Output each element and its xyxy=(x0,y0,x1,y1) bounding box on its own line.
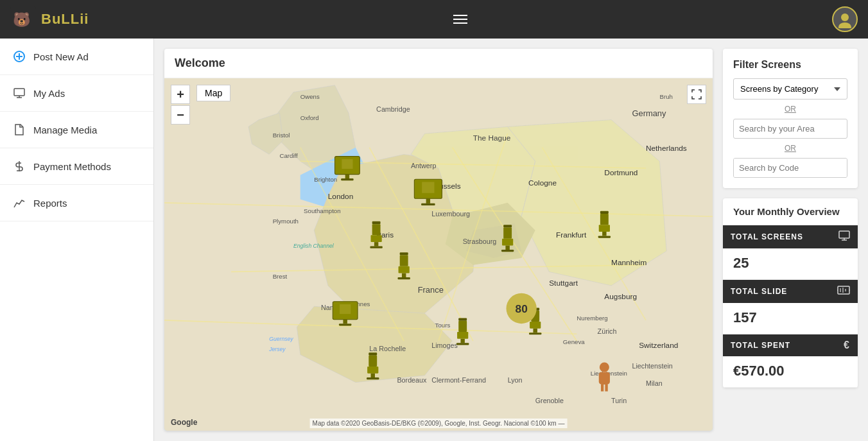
user-avatar[interactable] xyxy=(832,6,858,32)
slides-stat-icon xyxy=(837,285,850,298)
app-header: 🐻 BuLLii xyxy=(0,0,868,39)
svg-point-2 xyxy=(841,13,849,21)
logo-text: BuLLii xyxy=(41,11,89,28)
svg-text:La Rochelle: La Rochelle xyxy=(369,345,406,352)
code-search-input[interactable] xyxy=(734,159,847,177)
svg-rect-93 xyxy=(402,273,406,277)
fullscreen-icon xyxy=(691,89,702,99)
svg-text:Tours: Tours xyxy=(435,322,451,329)
svg-text:Nuremberg: Nuremberg xyxy=(577,315,607,322)
sidebar-item-my-ads[interactable]: My Ads xyxy=(0,75,153,112)
google-logo: Google xyxy=(171,418,197,427)
svg-rect-99 xyxy=(501,250,514,252)
svg-rect-98 xyxy=(505,246,509,250)
svg-text:Geneva: Geneva xyxy=(563,338,585,345)
stats-section: Your Monthly Overview TOTAL SCREENS 25 T… xyxy=(723,198,858,388)
svg-rect-95 xyxy=(503,225,512,227)
svg-text:Mannheim: Mannheim xyxy=(611,258,647,267)
svg-rect-111 xyxy=(530,322,541,329)
logo-bear-icon: 🐻 xyxy=(10,6,36,32)
total-slide-value: 157 xyxy=(723,303,858,334)
or-divider-1: OR xyxy=(733,105,847,114)
svg-rect-112 xyxy=(533,329,537,333)
chart-icon xyxy=(13,196,26,209)
total-screens-value: 25 xyxy=(723,248,858,279)
svg-rect-115 xyxy=(369,356,377,367)
plus-circle-icon xyxy=(13,50,26,63)
map-container[interactable]: London Paris Brussels Cologne Frankfurt … xyxy=(164,78,713,431)
svg-rect-129 xyxy=(605,385,607,392)
svg-text:Strasbourg: Strasbourg xyxy=(463,238,497,245)
svg-text:Jersey: Jersey xyxy=(268,346,286,352)
map-zoom-in-button[interactable]: + xyxy=(171,85,190,104)
svg-rect-113 xyxy=(529,333,541,334)
svg-rect-89 xyxy=(370,246,382,248)
sidebar-item-post-new-ad[interactable]: Post New Ad xyxy=(0,39,153,75)
total-slide-card: TOTAL SLIDE 157 xyxy=(723,280,858,334)
svg-text:Luxembourg: Luxembourg xyxy=(431,210,470,218)
svg-rect-122 xyxy=(460,339,464,343)
monitor-icon xyxy=(13,87,26,99)
svg-rect-114 xyxy=(369,352,377,355)
sidebar-item-payment-methods[interactable]: Payment Methods xyxy=(0,148,153,185)
svg-rect-118 xyxy=(367,377,379,379)
main-content: Welcome xyxy=(154,39,868,441)
svg-rect-78 xyxy=(342,159,352,169)
hamburger-button[interactable] xyxy=(453,15,467,24)
svg-rect-102 xyxy=(599,225,610,232)
svg-text:Limoges: Limoges xyxy=(431,342,458,349)
code-search-wrap xyxy=(733,158,847,178)
map-fullscreen-button[interactable] xyxy=(687,85,706,104)
svg-text:Zürich: Zürich xyxy=(598,327,617,335)
svg-text:Cambridge: Cambridge xyxy=(376,105,410,113)
sidebar: Post New Ad My Ads Manage Media Payment … xyxy=(0,39,154,441)
total-screens-header: TOTAL SCREENS xyxy=(723,225,858,248)
map-type-button[interactable]: Map xyxy=(196,85,230,101)
svg-rect-83 xyxy=(426,198,430,203)
monitor-stat-icon xyxy=(838,230,850,243)
svg-rect-121 xyxy=(457,332,468,339)
svg-text:Bristol: Bristol xyxy=(273,132,290,139)
svg-text:London: London xyxy=(328,192,353,201)
svg-rect-90 xyxy=(400,252,408,255)
svg-text:Guernsey: Guernsey xyxy=(269,336,293,342)
svg-rect-100 xyxy=(600,211,609,214)
svg-text:🐻: 🐻 xyxy=(13,11,31,28)
svg-rect-92 xyxy=(399,266,410,273)
svg-text:Switzerland: Switzerland xyxy=(639,341,678,350)
svg-text:Brest: Brest xyxy=(273,273,288,280)
total-spent-card: TOTAL SPENT € €570.00 xyxy=(723,334,858,388)
svg-text:Lyon: Lyon xyxy=(508,376,523,384)
svg-rect-91 xyxy=(400,255,408,266)
svg-rect-79 xyxy=(345,175,349,178)
svg-text:Brighton: Brighton xyxy=(314,176,337,183)
map-background: London Paris Brussels Cologne Frankfurt … xyxy=(164,78,713,431)
svg-rect-87 xyxy=(371,235,382,242)
svg-rect-101 xyxy=(600,214,609,225)
svg-text:Stuttgart: Stuttgart xyxy=(549,279,578,288)
sidebar-item-label: My Ads xyxy=(33,88,65,99)
sidebar-item-reports[interactable]: Reports xyxy=(0,185,153,221)
total-spent-label: TOTAL SPENT xyxy=(731,341,790,350)
sidebar-item-label: Manage Media xyxy=(33,125,97,135)
svg-rect-88 xyxy=(374,242,378,246)
area-search-input[interactable] xyxy=(733,119,847,139)
svg-text:Liechtenstein: Liechtenstein xyxy=(632,362,672,370)
main-layout: Post New Ad My Ads Manage Media Payment … xyxy=(0,39,868,441)
svg-rect-108 xyxy=(339,324,351,325)
map-zoom-out-button[interactable]: − xyxy=(171,105,190,125)
sidebar-item-manage-media[interactable]: Manage Media xyxy=(0,112,153,148)
svg-text:Cardiff: Cardiff xyxy=(279,152,298,159)
svg-text:Germany: Germany xyxy=(632,108,666,118)
svg-rect-116 xyxy=(367,367,378,374)
svg-text:France: France xyxy=(418,285,444,295)
euro-stat-icon: € xyxy=(844,340,850,351)
svg-rect-86 xyxy=(372,224,381,235)
svg-rect-119 xyxy=(458,318,467,321)
category-select[interactable]: Screens by Category xyxy=(733,78,847,99)
map-section: Welcome xyxy=(164,49,713,431)
svg-rect-127 xyxy=(599,372,610,385)
filter-title: Filter Screens xyxy=(733,59,847,71)
filter-section: Filter Screens Screens by Category OR OR xyxy=(723,49,858,188)
svg-text:Frankfurt: Frankfurt xyxy=(556,230,587,239)
